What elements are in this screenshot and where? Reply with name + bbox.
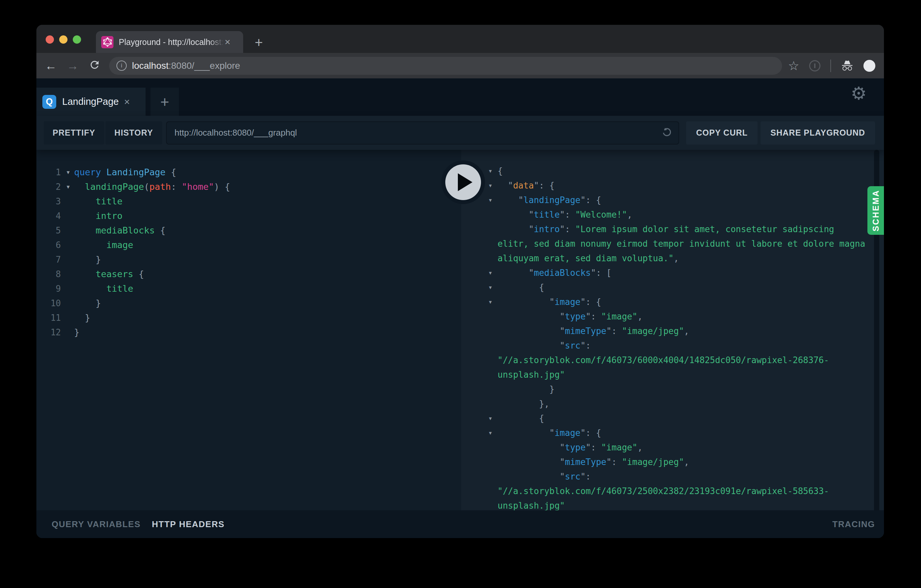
code-line: 10 } — [36, 296, 461, 310]
line-number: 1 — [36, 165, 62, 180]
fold-spacer — [489, 207, 498, 222]
url-path: :8080/___explore — [169, 60, 240, 71]
endpoint-field-wrap — [166, 121, 680, 145]
zoom-window-button[interactable] — [73, 36, 81, 44]
tab-title-clip: Playground - http://localhost:8080 — [119, 37, 224, 47]
fold-spacer — [489, 251, 498, 266]
chrome-toolbar: ← → i localhost:8080/___explore ☆ — [36, 53, 884, 78]
address-bar[interactable]: i localhost:8080/___explore — [109, 57, 782, 75]
code-line: 8 teasers { — [36, 267, 461, 281]
reload-button[interactable] — [89, 59, 101, 73]
code-line: elitr, sed diam nonumy eirmod tempor inv… — [461, 236, 884, 251]
fold-arrow-icon[interactable]: ▼ — [489, 266, 498, 280]
fold-arrow-icon[interactable]: ▼ — [489, 178, 498, 193]
fold-spacer — [489, 484, 498, 499]
tracing-toggle[interactable]: TRACING — [832, 519, 875, 530]
execute-query-button[interactable] — [441, 161, 485, 204]
line-number: 3 — [36, 194, 62, 209]
fold-spacer — [489, 367, 498, 382]
code-text: "mediaBlocks": [ — [498, 266, 611, 280]
playground-tab-close-icon[interactable]: × — [124, 96, 130, 107]
query-variables-tab[interactable]: QUERY VARIABLES — [52, 519, 141, 530]
code-text: image — [74, 238, 133, 252]
reset-endpoint-icon[interactable] — [661, 127, 672, 139]
code-line: 11 } — [36, 310, 461, 325]
code-line: unsplash.jpg" — [461, 367, 884, 382]
line-number: 12 — [36, 325, 62, 339]
code-line: 4 intro — [36, 209, 461, 223]
browser-tab[interactable]: Playground - http://localhost:8080 × — [96, 31, 243, 53]
url-text: localhost:8080/___explore — [132, 60, 240, 71]
line-number: 7 — [36, 252, 62, 267]
fold-spacer — [62, 209, 74, 223]
code-line: "intro": "Lorem ipsum dolor sit amet, co… — [461, 222, 884, 236]
history-button[interactable]: HISTORY — [106, 121, 162, 145]
fold-arrow-icon[interactable]: ▼ — [489, 295, 498, 309]
minimize-window-button[interactable] — [59, 36, 67, 44]
code-line: ▼{ — [461, 164, 884, 178]
code-line: "src": — [461, 469, 884, 484]
site-info-icon[interactable]: i — [116, 60, 127, 71]
prettify-button[interactable]: PRETTIFY — [44, 121, 104, 145]
fold-spacer — [62, 325, 74, 339]
fold-spacer — [489, 236, 498, 251]
fold-arrow-icon[interactable]: ▼ — [489, 280, 498, 295]
fold-arrow-icon[interactable]: ▼ — [62, 165, 74, 180]
extension-icon[interactable] — [809, 60, 820, 71]
fold-arrow-icon[interactable]: ▼ — [489, 426, 498, 440]
tab-close-icon[interactable]: × — [225, 37, 231, 47]
line-number: 2 — [36, 180, 62, 194]
query-editor-pane[interactable]: 1▼query LandingPage {2▼ landingPage(path… — [36, 150, 461, 510]
new-tab-button[interactable]: + — [255, 36, 263, 50]
toolbar-right-icons: ☆ — [788, 60, 875, 72]
code-line: "//a.storyblok.com/f/46073/2500x2382/231… — [461, 484, 884, 499]
share-playground-button[interactable]: SHARE PLAYGROUND — [761, 121, 875, 145]
code-text: }, — [498, 396, 550, 411]
back-button[interactable]: ← — [45, 60, 57, 72]
results-pane[interactable]: ▼{▼ "data": {▼ "landingPage": { "title":… — [461, 150, 884, 510]
code-line: "title": "Welcome!", — [461, 207, 884, 222]
fold-spacer — [489, 222, 498, 236]
code-text: { — [498, 164, 503, 178]
schema-tab[interactable]: SCHEMA — [867, 186, 884, 235]
code-line: "//a.storyblok.com/f/46073/6000x4004/148… — [461, 353, 884, 367]
playground-tab-landingpage[interactable]: Q LandingPage × — [36, 88, 146, 116]
code-text: landingPage(path: "home") { — [74, 180, 230, 194]
code-line: ▼ "landingPage": { — [461, 193, 884, 207]
profile-avatar[interactable] — [864, 60, 875, 72]
code-text: "image": { — [498, 426, 601, 440]
fold-spacer — [62, 223, 74, 238]
code-text: teasers { — [74, 267, 144, 281]
code-line: 5 mediaBlocks { — [36, 223, 461, 238]
code-line: "mimeType": "image/jpeg", — [461, 324, 884, 338]
http-headers-tab[interactable]: HTTP HEADERS — [152, 519, 225, 530]
results-code: ▼{▼ "data": {▼ "landingPage": { "title":… — [461, 164, 884, 510]
line-number: 9 — [36, 281, 62, 296]
code-line: ▼ "data": { — [461, 178, 884, 193]
fold-spacer — [62, 267, 74, 281]
fold-spacer — [489, 469, 498, 484]
forward-button[interactable]: → — [67, 60, 79, 72]
reload-icon — [89, 59, 101, 71]
code-line: } — [461, 382, 884, 396]
fold-arrow-icon[interactable]: ▼ — [489, 411, 498, 426]
fold-spacer — [489, 324, 498, 338]
copy-curl-button[interactable]: COPY CURL — [686, 121, 758, 145]
code-line: 7 } — [36, 252, 461, 267]
fold-arrow-icon[interactable]: ▼ — [489, 164, 498, 178]
code-text: "src": — [498, 469, 591, 484]
endpoint-input[interactable] — [167, 128, 662, 138]
code-line: unsplash.jpg" — [461, 499, 884, 510]
fold-arrow-icon[interactable]: ▼ — [62, 180, 74, 194]
url-host: localhost — [132, 60, 169, 71]
playground-new-tab-button[interactable]: + — [151, 88, 179, 116]
code-text: "intro": "Lorem ipsum dolor sit amet, co… — [498, 222, 834, 236]
code-text: query LandingPage { — [74, 165, 176, 180]
code-line: ▼ { — [461, 280, 884, 295]
close-window-button[interactable] — [46, 36, 54, 44]
code-line: }, — [461, 396, 884, 411]
bookmark-star-icon[interactable]: ☆ — [788, 60, 799, 72]
fold-arrow-icon[interactable]: ▼ — [489, 193, 498, 207]
code-line: ▼ "mediaBlocks": [ — [461, 266, 884, 280]
settings-gear-icon[interactable]: ⚙ — [851, 84, 867, 102]
